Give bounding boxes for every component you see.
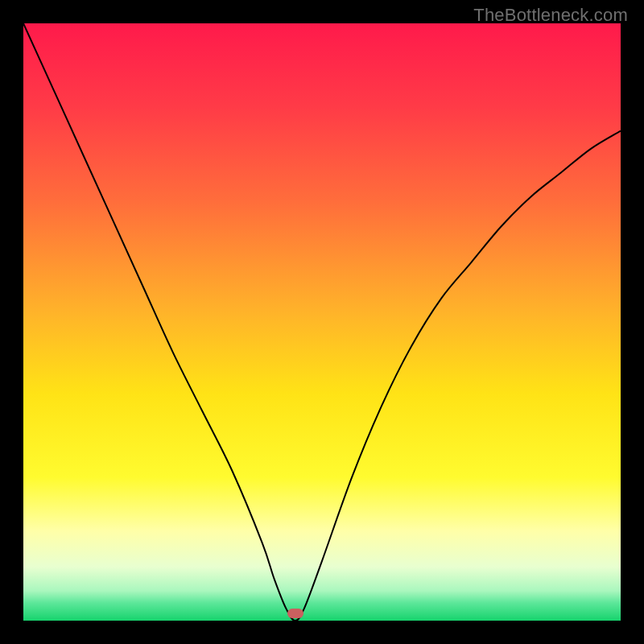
curve-layer (23, 23, 621, 621)
chart-frame: TheBottleneck.com (0, 0, 644, 644)
plot-area (23, 23, 621, 621)
bottleneck-curve (23, 23, 621, 621)
optimal-point-marker (287, 609, 303, 618)
